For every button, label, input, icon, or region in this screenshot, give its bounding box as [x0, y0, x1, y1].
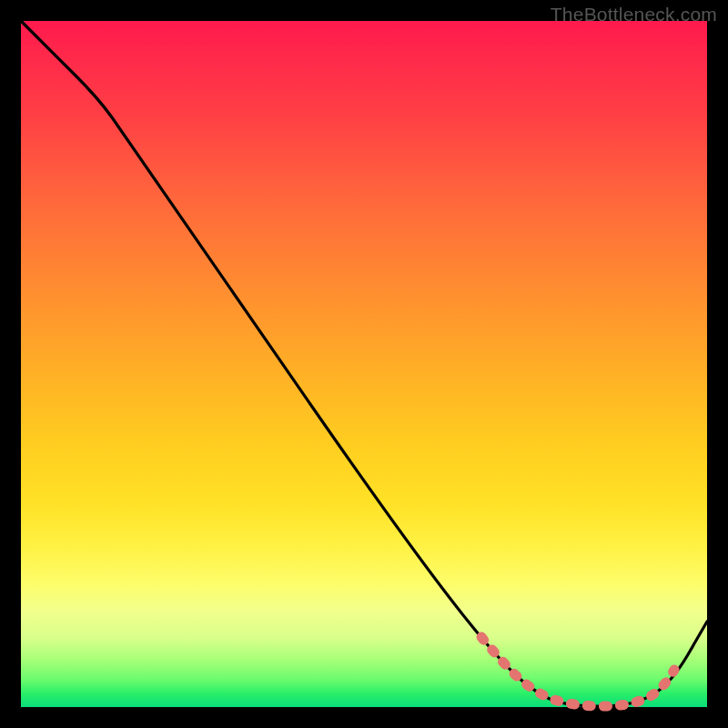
- chart-svg: [21, 21, 707, 707]
- chart-stage: TheBottleneck.com: [0, 0, 728, 728]
- optimal-zone-highlight: [481, 637, 674, 706]
- watermark: TheBottleneck.com: [551, 4, 717, 25]
- bottleneck-curve: [21, 21, 707, 706]
